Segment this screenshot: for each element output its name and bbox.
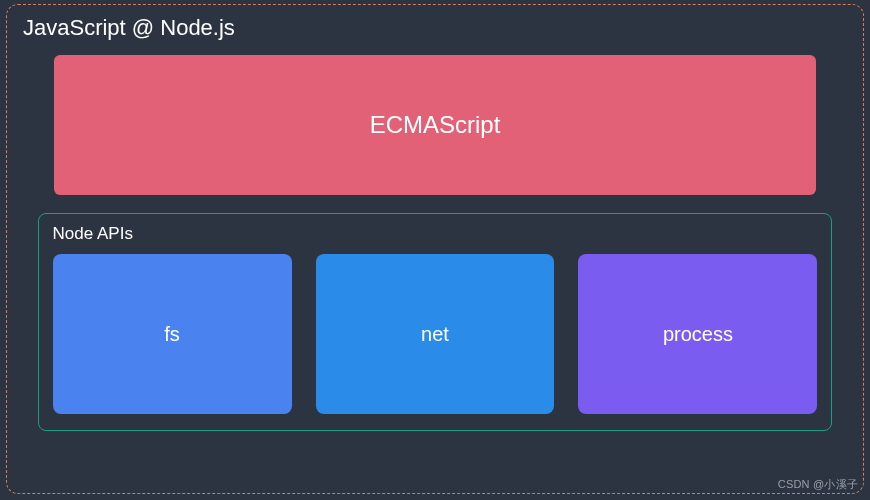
watermark-text: CSDN @小溪子 <box>778 477 858 492</box>
node-apis-row: fs net process <box>53 254 818 414</box>
api-label-process: process <box>663 323 733 346</box>
node-apis-container: Node APIs fs net process <box>38 213 833 431</box>
api-box-fs: fs <box>53 254 292 414</box>
api-box-net: net <box>316 254 555 414</box>
api-label-fs: fs <box>164 323 180 346</box>
javascript-nodejs-container: JavaScript @ Node.js ECMAScript Node API… <box>6 4 864 494</box>
ecmascript-label: ECMAScript <box>370 111 501 139</box>
api-box-process: process <box>578 254 817 414</box>
diagram-title: JavaScript @ Node.js <box>23 15 849 41</box>
ecmascript-box: ECMAScript <box>54 55 816 195</box>
api-label-net: net <box>421 323 449 346</box>
node-apis-title: Node APIs <box>53 224 818 244</box>
